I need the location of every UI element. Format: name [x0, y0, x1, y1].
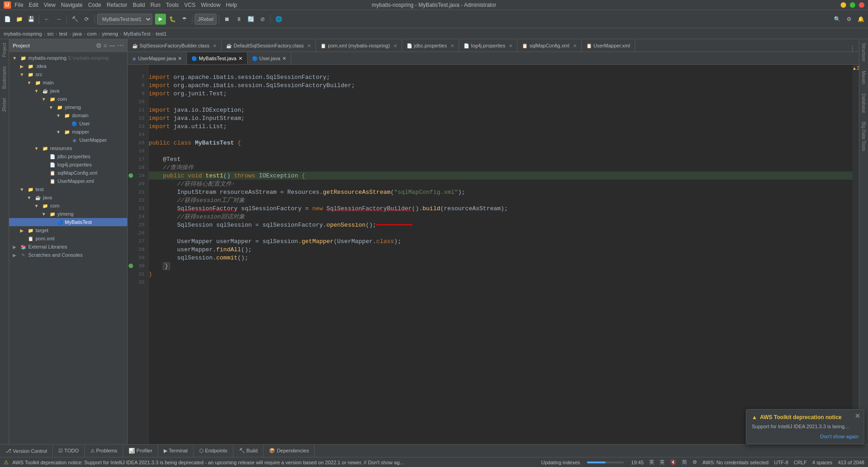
- menu-window[interactable]: Window: [201, 2, 221, 8]
- breadcrumb-com[interactable]: com: [87, 31, 97, 36]
- tab-defaultsqlsessionfactory[interactable]: ☕ DefaultSqlSessionFactory.class ✕: [222, 40, 316, 52]
- tab-sqlmapconfig[interactable]: 📋 sqlMapConfig.xml ✕: [517, 40, 581, 52]
- jrebel-button[interactable]: JRebel: [195, 14, 217, 25]
- stop-button[interactable]: ⏹: [222, 13, 232, 26]
- tree-item-java-main[interactable]: ▼ ☕ java: [9, 87, 127, 95]
- settings-button[interactable]: ⚙: [843, 13, 854, 26]
- tab-close[interactable]: ✕: [282, 56, 286, 62]
- project-tool-button[interactable]: Project: [1, 41, 8, 59]
- tree-item-log4j-props[interactable]: 📄 log4j.properties: [9, 161, 127, 169]
- panel-action-settings[interactable]: ⚙: [96, 42, 102, 49]
- bottom-tab-problems[interactable]: ⚠ Problems: [85, 445, 124, 457]
- menu-vcs[interactable]: VCS: [184, 2, 196, 8]
- bottom-tab-profiler[interactable]: 📊 Profiler: [123, 445, 158, 457]
- build-button[interactable]: 🔨: [69, 13, 80, 26]
- tree-item-java-test[interactable]: ▼ ☕ java: [9, 193, 127, 202]
- tab-user-java[interactable]: 🔵 User.java ✕: [248, 52, 291, 64]
- tab-mybatistest-java[interactable]: 🔵 MyBatisTest.java ✕: [187, 52, 248, 64]
- tree-item-user[interactable]: 🔵 User: [9, 119, 127, 128]
- menu-view[interactable]: View: [44, 2, 56, 8]
- translate-button[interactable]: 🌐: [273, 13, 284, 26]
- sync-button[interactable]: ⟳: [81, 13, 92, 26]
- tab-jdbc-props[interactable]: 📄 jdbc.properties ✕: [402, 40, 459, 52]
- tree-item-test[interactable]: ▼ 📁 test: [9, 185, 127, 193]
- tab-usermapper-java[interactable]: ◉ UserMapper.java ✕: [128, 52, 187, 64]
- tree-item-mybatistest[interactable]: 🔵 MyBatisTest: [9, 218, 127, 226]
- maven-tool[interactable]: Maven: [860, 69, 867, 86]
- run-gutter-19[interactable]: [129, 173, 133, 178]
- menu-edit[interactable]: Edit: [29, 2, 38, 8]
- panel-action-more[interactable]: ⋯: [117, 42, 124, 49]
- breadcrumb-mybatistest[interactable]: MyBatisTest: [124, 31, 150, 36]
- status-indent[interactable]: 4 spaces: [812, 460, 832, 465]
- new-file-button[interactable]: 📄: [2, 13, 13, 26]
- tabs-overflow-button[interactable]: ⋮: [846, 45, 859, 52]
- tab-close[interactable]: ✕: [238, 56, 243, 62]
- notification-close-button[interactable]: ✕: [855, 412, 860, 420]
- jrebel-tool-button[interactable]: JRebel: [1, 96, 8, 114]
- tab-close[interactable]: ✕: [573, 43, 577, 48]
- tab-log4j-props[interactable]: 📄 log4j.properties ✕: [459, 40, 517, 52]
- status-settings[interactable]: ⚙: [692, 459, 697, 465]
- menu-code[interactable]: Code: [88, 2, 101, 8]
- back-button[interactable]: ←: [41, 13, 52, 26]
- open-button[interactable]: 📁: [14, 13, 25, 26]
- tree-item-main[interactable]: ▼ 📁 main: [9, 78, 127, 87]
- bookmarks-tool-button[interactable]: Bookmarks: [1, 64, 8, 91]
- tree-item-sqlmapconfig[interactable]: 📋 sqlMapConfig.xml: [9, 169, 127, 177]
- tree-item-resources[interactable]: ▼ 📁 resources: [9, 144, 127, 152]
- structure-tool[interactable]: Structure: [860, 41, 867, 63]
- refresh-button[interactable]: 🔄: [245, 13, 256, 26]
- breadcrumb-yimeng[interactable]: yimeng: [102, 31, 118, 36]
- minimize-button[interactable]: [841, 2, 846, 8]
- save-button[interactable]: 💾: [26, 13, 36, 26]
- menu-build[interactable]: Build: [133, 2, 145, 8]
- menu-help[interactable]: Help: [226, 2, 237, 8]
- run-gutter-30[interactable]: [129, 264, 133, 268]
- tree-item-domain[interactable]: ▼ 📁 domain: [9, 111, 127, 119]
- maximize-button[interactable]: [850, 2, 855, 8]
- panel-action-collapse[interactable]: —: [109, 42, 115, 49]
- status-encoding[interactable]: UTF-8: [774, 460, 788, 465]
- tree-item-usermapper[interactable]: ◉ UserMapper: [9, 136, 127, 144]
- pause-button[interactable]: ⏸: [233, 13, 244, 26]
- coverage-button[interactable]: ☂: [179, 13, 190, 26]
- tab-close[interactable]: ✕: [178, 56, 182, 62]
- debug-button[interactable]: 🐛: [167, 13, 178, 26]
- status-lang[interactable]: 英: [649, 459, 654, 466]
- tree-item-jdbc-props[interactable]: 📄 jdbc.properties: [9, 152, 127, 161]
- tab-close[interactable]: ✕: [450, 43, 454, 48]
- tree-item-external-libs[interactable]: ▶ 📚 External Libraries: [9, 243, 127, 251]
- run-button[interactable]: ▶: [155, 14, 166, 25]
- menu-run[interactable]: Run: [150, 2, 160, 8]
- bottom-tab-build[interactable]: 🔨 Build: [233, 445, 264, 457]
- forward-button[interactable]: →: [53, 13, 64, 26]
- tab-pom[interactable]: 📋 pom.xml (mybatis-nospring) ✕: [316, 40, 402, 52]
- tab-close[interactable]: ✕: [213, 43, 217, 48]
- tab-usermapper-xml[interactable]: 📋 UserMapper.xml: [582, 40, 635, 52]
- tree-item-com-test[interactable]: ▼ 📁 com: [9, 202, 127, 210]
- database-tool[interactable]: Database: [860, 92, 867, 115]
- tree-item-mybatis-nospring[interactable]: ▼ 📁 mybatis-nospring E:\mybatis-nospring: [9, 54, 127, 62]
- tree-item-usermapper-xml[interactable]: 📋 UserMapper.xml: [9, 177, 127, 185]
- bottom-tab-todo[interactable]: ☑ TODO: [53, 445, 84, 457]
- breadcrumb-project[interactable]: mybatis-nospring: [4, 31, 42, 36]
- status-line-sep[interactable]: CRLF: [794, 460, 807, 465]
- breadcrumb-test1[interactable]: test1: [156, 31, 167, 36]
- menu-refactor[interactable]: Refactor: [107, 2, 127, 8]
- tab-close[interactable]: ✕: [393, 43, 397, 48]
- run-configuration-selector[interactable]: MyBatisTest:test1: [97, 14, 152, 25]
- tree-item-idea[interactable]: ▶ 📁 .idea: [9, 62, 127, 70]
- tab-close[interactable]: ✕: [307, 43, 311, 48]
- tree-item-src[interactable]: ▼ 📁 src: [9, 70, 127, 78]
- menu-file[interactable]: File: [15, 2, 23, 8]
- tree-item-com[interactable]: ▼ 📁 com: [9, 95, 127, 103]
- breadcrumb-src[interactable]: src: [47, 31, 54, 36]
- tree-item-scratches[interactable]: ▶ ✎ Scratches and Consoles: [9, 251, 127, 259]
- search-everywhere-button[interactable]: 🔍: [832, 13, 842, 26]
- close-button[interactable]: [859, 2, 864, 8]
- tree-item-yimeng[interactable]: ▼ 📁 yimeng: [9, 103, 127, 111]
- breadcrumb-java[interactable]: java: [72, 31, 82, 36]
- menu-tools[interactable]: Tools: [166, 2, 179, 8]
- tab-sqlsessionfactorybuilder[interactable]: ☕ SqlSessionFactoryBuilder.class ✕: [128, 40, 222, 52]
